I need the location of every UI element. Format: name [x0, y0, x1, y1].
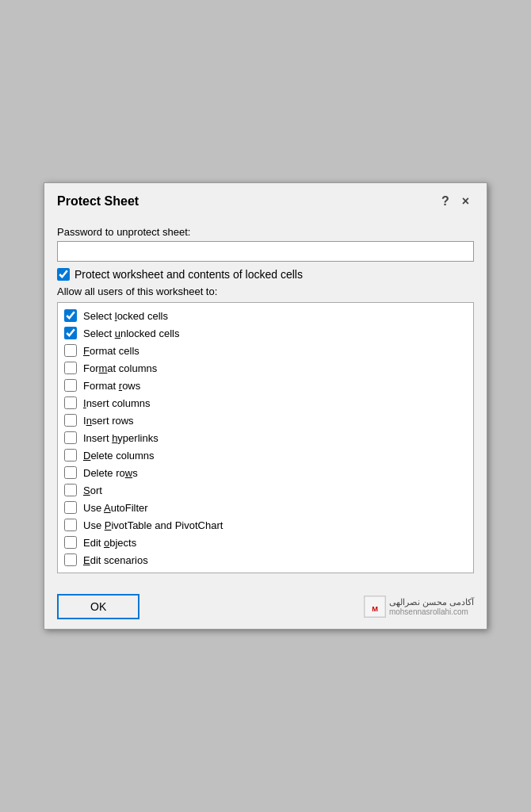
protect-worksheet-checkbox[interactable] — [57, 268, 70, 281]
dialog-title: Protect Sheet — [57, 194, 139, 209]
close-button[interactable]: × — [457, 193, 474, 210]
label-edit-scenarios: Edit scenarios — [83, 554, 148, 566]
perm-row-format-rows: Format rows — [64, 377, 467, 393]
title-bar: Protect Sheet ? × — [44, 183, 487, 216]
checkbox-insert-columns[interactable] — [64, 396, 77, 409]
watermark-logo: M — [364, 596, 386, 618]
label-pivottable: Use PivotTable and PivotChart — [83, 519, 223, 531]
perm-row-autofilter: Use AutoFilter — [64, 500, 467, 515]
ok-button[interactable]: OK — [57, 594, 139, 619]
label-insert-columns: Insert columns — [83, 397, 151, 409]
checkbox-select-unlocked[interactable] — [64, 327, 77, 339]
label-sort: Sort — [83, 485, 102, 496]
label-insert-rows: Insert rows — [83, 415, 134, 427]
label-delete-columns: Delete columns — [83, 450, 155, 462]
help-button[interactable]: ? — [437, 193, 454, 210]
watermark-text: آکادمی محسن نصرالهی mohsennasrollahi.com — [389, 597, 474, 616]
checkbox-select-locked[interactable] — [64, 309, 77, 322]
checkbox-delete-columns[interactable] — [64, 449, 77, 462]
checkbox-sort[interactable] — [64, 484, 77, 496]
checkbox-format-columns[interactable] — [64, 362, 77, 374]
label-format-rows: Format rows — [83, 380, 140, 392]
perm-row-format-cells: Format cells — [64, 343, 467, 358]
watermark-line1: آکادمی محسن نصرالهی — [389, 597, 474, 607]
label-edit-objects: Edit objects — [83, 537, 136, 549]
watermark-url: mohsennasrollahi.com — [389, 607, 474, 616]
protect-sheet-dialog: Protect Sheet ? × Password to unprotect … — [44, 182, 487, 630]
perm-row-sort: Sort — [64, 482, 467, 498]
perm-row-insert-columns: Insert columns — [64, 395, 467, 411]
protect-worksheet-label: Protect worksheet and contents of locked… — [74, 268, 303, 281]
checkbox-delete-rows[interactable] — [64, 466, 77, 479]
password-label: Password to unprotect sheet: — [57, 226, 474, 238]
dialog-footer: OK M آکادمی محسن نصرالهی mohsennasrollah… — [44, 588, 487, 629]
perm-row-edit-objects: Edit objects — [64, 534, 467, 550]
perm-row-select-unlocked: Select unlocked cells — [64, 325, 467, 341]
checkbox-autofilter[interactable] — [64, 501, 77, 514]
watermark: M آکادمی محسن نصرالهی mohsennasrollahi.c… — [364, 596, 474, 618]
checkbox-pivottable[interactable] — [64, 519, 77, 531]
checkbox-insert-rows[interactable] — [64, 414, 77, 427]
checkbox-format-cells[interactable] — [64, 344, 77, 357]
svg-text:M: M — [372, 605, 378, 613]
title-bar-left: Protect Sheet — [57, 194, 139, 209]
checkbox-edit-scenarios[interactable] — [64, 553, 77, 566]
title-bar-right: ? × — [437, 193, 474, 210]
label-select-unlocked: Select unlocked cells — [83, 327, 179, 339]
checkbox-insert-hyperlinks[interactable] — [64, 431, 77, 444]
perm-row-format-columns: Format columns — [64, 360, 467, 376]
perm-row-delete-columns: Delete columns — [64, 447, 467, 463]
label-insert-hyperlinks: Insert hyperlinks — [83, 432, 159, 444]
protect-worksheet-row: Protect worksheet and contents of locked… — [57, 268, 474, 281]
permissions-box: Select locked cells Select unlocked cell… — [57, 302, 474, 573]
perm-row-insert-hyperlinks: Insert hyperlinks — [64, 430, 467, 446]
password-input[interactable] — [57, 241, 474, 262]
label-autofilter: Use AutoFilter — [83, 502, 148, 514]
perm-row-edit-scenarios: Edit scenarios — [64, 552, 467, 568]
label-delete-rows: Delete rows — [83, 467, 138, 479]
label-format-cells: Format cells — [83, 345, 139, 357]
allow-users-label: Allow all users of this worksheet to: — [57, 285, 474, 297]
label-select-locked: Select locked cells — [83, 310, 168, 322]
label-format-columns: Format columns — [83, 362, 157, 374]
dialog-body: Password to unprotect sheet: Protect wor… — [44, 216, 487, 588]
checkbox-format-rows[interactable] — [64, 379, 77, 392]
checkbox-edit-objects[interactable] — [64, 536, 77, 549]
perm-row-pivottable: Use PivotTable and PivotChart — [64, 517, 467, 533]
perm-row-insert-rows: Insert rows — [64, 412, 467, 428]
perm-row-delete-rows: Delete rows — [64, 465, 467, 481]
perm-row-select-locked: Select locked cells — [64, 308, 467, 324]
